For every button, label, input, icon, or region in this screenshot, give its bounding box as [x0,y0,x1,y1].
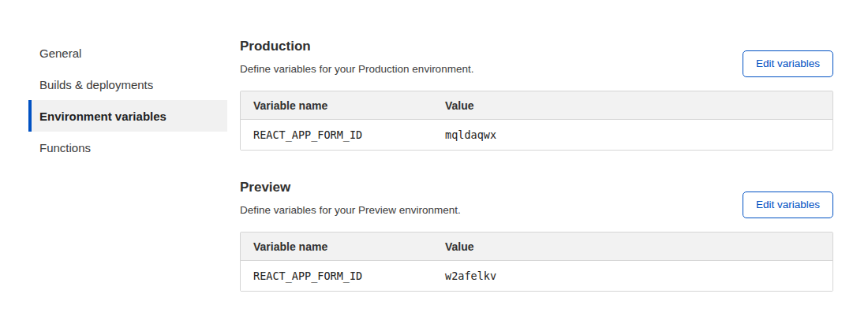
column-header-value: Value [432,91,832,120]
variable-value-cell: mqldaqwx [432,120,832,150]
variable-name-cell: REACT_APP_FORM_ID [241,120,432,150]
table-row: REACT_APP_FORM_ID mqldaqwx [241,120,832,150]
column-header-variable-name: Variable name [241,91,432,120]
table-row: REACT_APP_FORM_ID w2afelkv [241,261,832,291]
sidebar-item-environment-variables[interactable]: Environment variables [28,100,227,132]
preview-section: Preview Define variables for your Previe… [240,180,833,292]
variable-value-cell: w2afelkv [432,261,832,291]
settings-sidebar: General Builds & deployments Environment… [28,37,227,163]
column-header-variable-name: Variable name [241,232,432,261]
column-header-value: Value [432,232,832,261]
preview-variables-table: Variable name Value REACT_APP_FORM_ID w2… [240,232,833,292]
sidebar-item-builds-deployments[interactable]: Builds & deployments [28,69,227,100]
production-variables-table: Variable name Value REACT_APP_FORM_ID mq… [240,91,833,151]
sidebar-item-general[interactable]: General [28,37,227,69]
environment-variables-panel: Production Define variables for your Pro… [240,0,833,292]
table-header-row: Variable name Value [241,232,832,261]
sidebar-item-label: General [39,46,81,60]
sidebar-item-label: Functions [39,141,91,154]
table-header-row: Variable name Value [241,91,832,120]
sidebar-item-label: Environment variables [39,110,166,123]
sidebar-item-label: Builds & deployments [39,78,153,91]
production-edit-variables-button[interactable]: Edit variables [743,50,833,77]
variable-name-cell: REACT_APP_FORM_ID [241,261,432,291]
preview-edit-variables-button[interactable]: Edit variables [743,192,833,218]
sidebar-item-functions[interactable]: Functions [28,132,227,163]
production-section: Production Define variables for your Pro… [240,39,833,151]
